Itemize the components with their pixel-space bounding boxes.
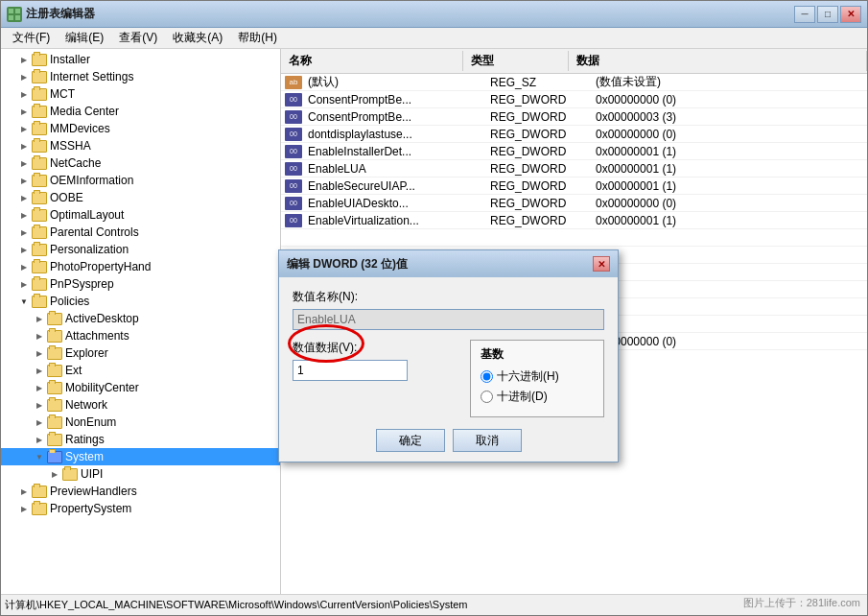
tree-item-active-desktop[interactable]: ▶ ActiveDesktop [1,310,280,327]
folder-icon [62,468,78,481]
edit-dword-dialog[interactable]: 编辑 DWORD (32 位)值 ✕ 数值名称(N): 数值数据(V): 基数 [278,249,619,462]
tree-item-ext[interactable]: ▶ Ext [1,362,280,379]
table-row[interactable]: 00 dontdisplaylastuse... REG_DWORD 0x000… [281,126,867,143]
expand-icon[interactable]: ▶ [16,104,32,119]
tree-item-oem[interactable]: ▶ OEMInformation [1,172,280,189]
expand-icon[interactable]: ▶ [16,484,32,499]
tree-item-media-center[interactable]: ▶ Media Center [1,103,280,120]
cancel-button[interactable]: 取消 [453,429,522,452]
expand-icon[interactable]: ▶ [32,415,47,430]
expand-icon[interactable]: ▶ [16,207,32,223]
tree-item-property[interactable]: ▶ PropertySystem [1,500,280,517]
expand-icon[interactable]: ▶ [16,173,32,188]
dec-radio-text: 十进制(D) [497,389,548,405]
expand-icon[interactable]: ▶ [32,397,47,413]
expand-icon[interactable]: ▶ [47,466,62,482]
expand-icon[interactable]: ▶ [16,138,32,154]
value-data-input[interactable] [293,360,408,381]
tree-item-nonenum[interactable]: ▶ NonEnum [1,414,280,431]
folder-icon [32,71,47,83]
expand-icon[interactable]: ▶ [16,155,32,171]
expand-icon[interactable]: ▶ [16,190,32,205]
minimize-button[interactable]: ─ [794,6,815,23]
dec-radio-label[interactable]: 十进制(D) [481,389,594,405]
tree-item-network[interactable]: ▶ Network [1,396,280,414]
folder-icon [47,313,62,325]
tree-item-personalization[interactable]: ▶ Personalization [1,241,280,258]
expand-icon[interactable]: ▶ [16,259,32,274]
tree-item-ratings[interactable]: ▶ Ratings [1,431,280,448]
expand-icon[interactable]: ▶ [32,432,47,447]
tree-item-optimal[interactable]: ▶ OptimalLayout [1,206,280,224]
expand-icon[interactable]: ▶ [32,380,47,395]
reg-cell-data: 0x00000001 (1) [592,145,867,158]
ok-button[interactable]: 确定 [376,429,445,452]
expand-icon[interactable]: ▶ [32,311,47,326]
menu-help[interactable]: 帮助(H) [230,28,285,48]
reg-cell-data: 0x00000001 (1) [592,162,867,176]
expand-icon[interactable]: ▶ [16,225,32,240]
tree-label: Ext [65,364,82,377]
menu-view[interactable]: 查看(V) [111,28,165,48]
tree-item-photo[interactable]: ▶ PhotoPropertyHand [1,258,280,275]
expand-icon[interactable]: ▶ [16,121,32,136]
menu-file[interactable]: 文件(F) [5,28,58,48]
menu-bar: 文件(F) 编辑(E) 查看(V) 收藏夹(A) 帮助(H) [1,28,867,49]
reg-cell-name: EnableUIADeskto... [304,197,486,210]
tree-item-system[interactable]: ▼ System [1,448,280,465]
tree-item-pnp[interactable]: ▶ PnPSysprep [1,275,280,293]
table-row[interactable]: 00 EnableLUA REG_DWORD 0x00000001 (1) [281,160,867,178]
menu-edit[interactable]: 编辑(E) [58,28,111,48]
hex-radio-text: 十六进制(H) [497,368,559,385]
tree-item-mobility[interactable]: ▶ MobilityCenter [1,379,280,396]
maximize-button[interactable]: □ [817,6,838,23]
tree-item-uipi[interactable]: ▶ UIPI [1,465,280,483]
folder-icon [47,382,62,394]
expand-icon[interactable]: ▶ [16,242,32,257]
table-row[interactable]: 00 EnableSecureUIAP... REG_DWORD 0x00000… [281,178,867,195]
tree-item-attachments[interactable]: ▶ Attachments [1,327,280,344]
value-name-input[interactable] [293,309,604,330]
window-title: 注册表编辑器 [26,6,794,22]
dec-radio[interactable] [481,391,493,403]
tree-panel[interactable]: ▶ Installer ▶ Internet Settings ▶ MCT [1,49,281,594]
hex-radio[interactable] [481,370,493,383]
tree-label: Ratings [65,433,105,446]
table-row[interactable]: 00 ConsentPromptBe... REG_DWORD 0x000000… [281,91,867,108]
dialog-close-button[interactable]: ✕ [593,256,610,272]
tree-item-mssha[interactable]: ▶ MSSHA [1,137,280,154]
expand-icon[interactable]: ▶ [16,52,32,67]
tree-item-internet-settings[interactable]: ▶ Internet Settings [1,68,280,85]
tree-item-policies[interactable]: ▼ Policies [1,293,280,310]
expand-icon[interactable]: ▶ [16,501,32,516]
reg-cell-type: REG_DWORD [486,110,592,124]
close-button[interactable]: ✕ [840,6,861,23]
expand-icon[interactable]: ▶ [16,86,32,102]
expand-icon[interactable]: ▶ [16,69,32,84]
tree-item-oobe[interactable]: ▶ OOBE [1,189,280,206]
table-row[interactable]: 00 EnableUIADeskto... REG_DWORD 0x000000… [281,195,867,212]
tree-item-preview[interactable]: ▶ PreviewHandlers [1,483,280,500]
expand-icon[interactable]: ▶ [32,328,47,344]
expand-icon[interactable]: ▶ [32,345,47,361]
tree-label: NonEnum [65,415,116,429]
expand-icon[interactable]: ▼ [32,449,47,464]
tree-label: Personalization [50,243,129,256]
reg-cell-type: REG_SZ [486,76,592,89]
tree-item-mmdevices[interactable]: ▶ MMDevices [1,120,280,137]
tree-item-mct[interactable]: ▶ MCT [1,85,280,103]
table-row[interactable]: 00 ConsentPromptBe... REG_DWORD 0x000000… [281,108,867,126]
expand-icon[interactable]: ▶ [16,276,32,292]
tree-item-netcache[interactable]: ▶ NetCache [1,154,280,172]
table-row[interactable]: 00 EnableVirtualization... REG_DWORD 0x0… [281,212,867,229]
hex-radio-label[interactable]: 十六进制(H) [481,368,594,385]
expand-icon[interactable]: ▼ [16,294,32,309]
tree-item-explorer[interactable]: ▶ Explorer [1,344,280,362]
tree-item-installer[interactable]: ▶ Installer [1,51,280,68]
table-row[interactable]: ab (默认) REG_SZ (数值未设置) [281,74,867,91]
expand-icon[interactable]: ▶ [32,363,47,378]
table-row[interactable]: 00 EnableInstallerDet... REG_DWORD 0x000… [281,143,867,160]
reg-value-icon: 00 [285,145,302,158]
tree-item-parental[interactable]: ▶ Parental Controls [1,224,280,241]
menu-favorites[interactable]: 收藏夹(A) [165,28,230,48]
